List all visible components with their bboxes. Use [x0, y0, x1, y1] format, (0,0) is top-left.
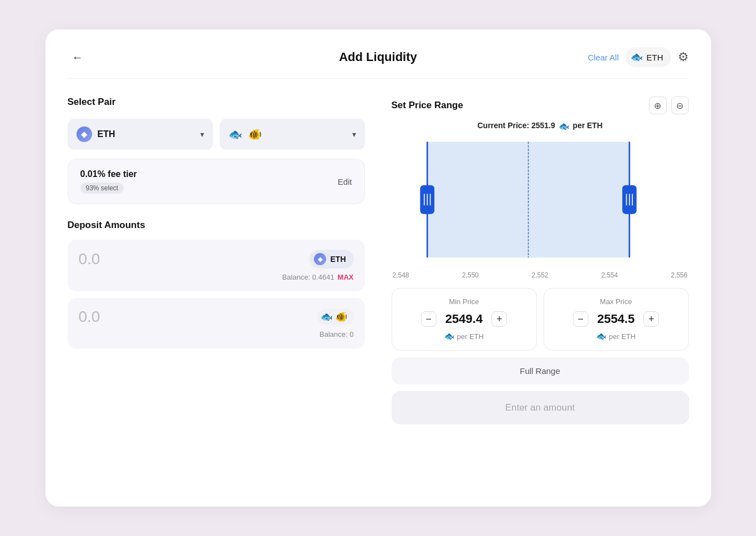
chart-container [392, 136, 689, 269]
current-price: Current Price: 2551.9 🐟 per ETH [392, 121, 689, 132]
header-right: Clear All 🐟 ETH ⚙ [588, 47, 689, 67]
fish-balance-row: Balance: 0 [79, 330, 354, 338]
token2-fish2-icon: 🐠 [248, 128, 262, 141]
chart-label-0: 2,548 [393, 271, 409, 279]
chart-label-1: 2,550 [462, 271, 479, 279]
max-price-controls: − 2554.5 + [554, 311, 678, 327]
min-price-unit: 🐟 per ETH [402, 331, 526, 341]
fish-tag-icon1: 🐟 [321, 311, 333, 323]
right-panel: Set Price Range ⊕ ⊖ Current Price: 2551.… [392, 97, 689, 424]
token2-chevron-icon: ▾ [352, 130, 356, 139]
max-price-box: Max Price − 2554.5 + 🐟 per ETH [544, 288, 689, 351]
chart-labels: 2,548 2,550 2,552 2,554 2,556 [392, 271, 689, 279]
max-price-fish-icon: 🐟 [596, 331, 607, 341]
min-price-increase-button[interactable]: + [491, 311, 507, 327]
max-price-per-eth: per ETH [609, 332, 636, 341]
main-content: Select Pair ◆ ETH ▾ 🐟 🐠 ▾ [68, 97, 689, 424]
current-price-label: Current Price: [478, 121, 529, 130]
network-fish-icon: 🐟 [630, 50, 643, 64]
min-price-per-eth: per ETH [457, 332, 484, 341]
page-title: Add Liquidity [339, 50, 417, 64]
fee-tier-label: 0.01% fee tier [80, 169, 137, 179]
price-range-header: Set Price Range ⊕ ⊖ [392, 97, 689, 114]
zoom-in-button[interactable]: ⊕ [649, 97, 667, 114]
current-price-unit: per ETH [573, 121, 603, 130]
clear-all-button[interactable]: Clear All [588, 53, 619, 62]
token2-left: 🐟 🐠 [229, 128, 262, 141]
left-panel: Select Pair ◆ ETH ▾ 🐟 🐠 ▾ [68, 97, 365, 424]
eth-deposit-box: 0.0 ◆ ETH Balance: 0.4641 MAX [68, 240, 365, 291]
price-range-title: Set Price Range [392, 100, 463, 111]
fee-tier-info: 0.01% fee tier 93% select [80, 169, 137, 194]
eth-input-row: 0.0 ◆ ETH [79, 250, 354, 269]
fish-token-tag: 🐟 🐠 [317, 309, 354, 325]
min-price-fish-icon: 🐟 [444, 331, 455, 341]
price-inputs: Min Price − 2549.4 + 🐟 per ETH Max Price… [392, 288, 689, 351]
full-range-button[interactable]: Full Range [392, 357, 689, 385]
pair-selector: ◆ ETH ▾ 🐟 🐠 ▾ [68, 119, 365, 150]
back-button[interactable]: ← [68, 49, 88, 66]
network-badge: 🐟 ETH [626, 47, 671, 67]
zoom-out-button[interactable]: ⊖ [671, 97, 689, 114]
network-label: ETH [647, 53, 663, 62]
eth-amount: 0.0 [79, 250, 100, 268]
current-price-value: 2551.9 [531, 121, 555, 130]
token2-fish-icon: 🐟 [229, 128, 242, 141]
fish-input-row: 0.0 🐟 🐠 [79, 308, 354, 326]
eth-max-button[interactable]: MAX [338, 273, 354, 281]
current-price-fish-icon: 🐟 [559, 122, 570, 131]
select-pair-title: Select Pair [68, 97, 365, 108]
eth-balance-row: Balance: 0.4641 MAX [79, 273, 354, 281]
main-card: ← Add Liquidity Clear All 🐟 ETH ⚙ Select… [45, 29, 711, 507]
enter-amount-button[interactable]: Enter an amount [392, 391, 689, 424]
zoom-controls: ⊕ ⊖ [649, 97, 689, 114]
settings-button[interactable]: ⚙ [678, 50, 689, 64]
fish-deposit-box: 0.0 🐟 🐠 Balance: 0 [68, 298, 365, 348]
price-chart [392, 136, 689, 269]
max-price-increase-button[interactable]: + [643, 311, 659, 327]
fee-tier-edit-button[interactable]: Edit [338, 177, 352, 186]
chart-label-4: 2,556 [671, 271, 687, 279]
eth-token-icon: ◆ [77, 127, 92, 142]
eth-token-tag: ◆ ETH [309, 250, 354, 269]
header: ← Add Liquidity Clear All 🐟 ETH ⚙ [68, 47, 689, 79]
chart-label-3: 2,554 [601, 271, 618, 279]
chart-label-2: 2,552 [531, 271, 548, 279]
max-price-unit: 🐟 per ETH [554, 331, 678, 341]
fish-amount: 0.0 [79, 308, 100, 326]
min-price-controls: − 2549.4 + [402, 311, 526, 327]
max-price-decrease-button[interactable]: − [573, 311, 588, 327]
eth-balance-label: Balance: 0.4641 [282, 273, 334, 281]
fish-tag-icon2: 🐠 [335, 311, 347, 323]
fee-badge: 93% select [80, 183, 124, 194]
token1-chevron-icon: ▾ [200, 130, 204, 139]
min-price-value: 2549.4 [445, 312, 483, 326]
fish-balance-label: Balance: 0 [319, 330, 353, 338]
token2-select[interactable]: 🐟 🐠 ▾ [220, 119, 365, 150]
eth-tag-icon: ◆ [314, 253, 326, 265]
min-price-box: Min Price − 2549.4 + 🐟 per ETH [392, 288, 537, 351]
eth-tag-name: ETH [331, 255, 346, 264]
max-price-label: Max Price [554, 297, 678, 306]
deposit-title: Deposit Amounts [68, 220, 365, 231]
max-price-value: 2554.5 [597, 312, 635, 326]
token1-name: ETH [98, 129, 115, 139]
min-price-label: Min Price [402, 297, 526, 306]
token1-select[interactable]: ◆ ETH ▾ [68, 119, 213, 150]
fee-tier-box: 0.01% fee tier 93% select Edit [68, 159, 365, 204]
token1-left: ◆ ETH [77, 127, 115, 142]
min-price-decrease-button[interactable]: − [421, 311, 437, 327]
